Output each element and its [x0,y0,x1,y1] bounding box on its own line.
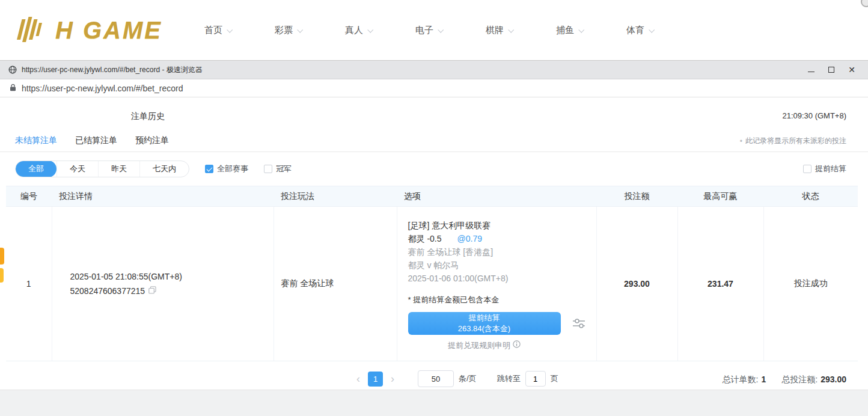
nav-label: 捕鱼 [556,25,574,36]
floating-widget-fragment [0,248,4,265]
browser-tab-title: https://user-pc-new.jylywl.com/#/bet_rec… [22,65,203,75]
total-count-label: 总计单数: [723,375,759,384]
checkbox-champion[interactable]: 冠军 [264,164,292,174]
selection-pick: 都灵 -0.5 [408,232,442,245]
floating-widget-fragment [0,268,4,283]
cashout-note: * 提前结算金额已包含本金 [408,293,590,307]
browser-window: https://user-pc-new.jylywl.com/#/bet_rec… [0,60,868,416]
bet-record-page: 注单历史 21:09:30 (GMT+8) 未结算注单 已结算注单 预约注单 •… [0,98,868,416]
bullet-icon: • [740,137,742,145]
checkbox-label: 提前结算 [815,164,846,174]
nav-item-slots[interactable]: 电子 [415,25,442,36]
chevron-down-icon [367,26,373,32]
bet-time: 2025-01-05 21:08:55(GMT+8) [70,269,274,284]
bottom-gray-strip [0,390,868,416]
nav-item-cards[interactable]: 棋牌 [486,25,513,36]
checkbox-unchecked-icon [803,165,811,173]
total-count: 总计单数:1 [723,375,766,385]
cashout-rules-link[interactable]: 提前兑现规则申明 [408,339,561,352]
col-header-id: 编号 [6,186,52,207]
nav-label: 首页 [204,25,222,36]
nav-label: 棋牌 [486,25,504,36]
chevron-down-icon [578,26,584,32]
chevron-down-icon [297,26,303,32]
checkbox-label: 全部赛事 [217,164,248,174]
nav-item-home[interactable]: 首页 [204,25,231,36]
nav-label: 体育 [626,25,644,36]
site-header: H GAME 首页 彩票 真人 电子 棋牌 捕鱼 体育 [0,0,868,60]
tab-note: • 此记录将显示所有未派彩的投注 [740,136,846,146]
chevron-down-icon [227,26,233,32]
filter-seven-days[interactable]: 七天内 [139,161,189,177]
browser-addressbar[interactable]: https://user-pc-new.jylywl.com/#/bet_rec… [0,79,868,97]
cashout-rules-text: 提前兑现规则申明 [448,339,510,352]
selection-league: [足球] 意大利甲级联赛 [408,219,590,232]
close-button[interactable]: ✕ [842,62,862,78]
per-page-input[interactable] [418,370,454,387]
nav-item-lottery[interactable]: 彩票 [275,25,302,36]
maximize-icon [828,67,834,73]
globe-favicon-icon [8,66,17,74]
selection-market: 赛前 全场让球 [香港盘] [408,245,590,258]
nav-label: 电子 [415,25,433,36]
nav-label: 真人 [345,25,363,36]
tab-unsettled[interactable]: 未结算注单 [15,135,57,147]
cell-status: 投注成功 [763,207,858,361]
cell-selection: [足球] 意大利甲级联赛 都灵 -0.5 @0.79 赛前 全场让球 [香港盘]… [397,207,596,361]
next-page-icon[interactable]: › [387,372,399,386]
table-header-row: 编号 投注详情 投注玩法 选项 投注额 最高可赢 状态 [6,186,858,207]
logo-text: H GAME [55,17,162,44]
tab-reserved[interactable]: 预约注单 [135,135,169,147]
minimize-icon [808,72,815,72]
checkbox-label: 冠军 [276,164,292,174]
col-header-maxwin: 最高可赢 [677,186,763,207]
page-title: 注单历史 [131,111,165,122]
selection-odds: @0.79 [457,232,482,245]
checkbox-all-events[interactable]: 全部赛事 [205,164,248,174]
copy-icon[interactable] [148,284,156,298]
col-header-amount: 投注额 [596,186,677,207]
date-filter-group: 全部 今天 昨天 七天内 [15,161,189,177]
nav-item-fishing[interactable]: 捕鱼 [556,25,583,36]
chevron-down-icon [649,26,655,32]
info-icon [513,339,521,352]
nav-label: 彩票 [275,25,293,36]
cashout-slider-icon[interactable] [572,317,586,329]
cashout-button-label: 提前结算 [408,313,561,323]
filter-yesterday[interactable]: 昨天 [98,161,139,177]
page-number-active[interactable]: 1 [368,372,383,387]
page-head: 注单历史 21:09:30 (GMT+8) [0,98,868,130]
checkbox-checked-icon [205,165,213,173]
browser-titlebar[interactable]: https://user-pc-new.jylywl.com/#/bet_rec… [0,61,868,79]
nav-item-live[interactable]: 真人 [345,25,372,36]
bet-number: 5208247606377215 [70,284,145,298]
jump-label: 跳转至 [497,373,521,384]
lock-icon [10,84,16,93]
brand-logo[interactable]: H GAME [17,16,162,45]
cell-id: 1 [6,207,52,361]
prev-page-icon[interactable]: ‹ [352,372,364,386]
col-header-details: 投注详情 [52,186,274,207]
cashout-button[interactable]: 提前结算 263.84(含本金) [408,312,561,335]
jump-page-input[interactable] [525,371,546,387]
filter-bar: 全部 今天 昨天 七天内 全部赛事 冠军 提前结算 [0,152,868,185]
total-amount-value: 293.00 [821,375,846,384]
selection-match: 都灵 v 帕尔马 [408,258,590,272]
checkbox-early-settle[interactable]: 提前结算 [803,164,846,174]
cell-amount: 293.00 [596,207,677,361]
tab-settled[interactable]: 已结算注单 [75,135,117,147]
col-header-status: 状态 [763,186,858,207]
checkbox-unchecked-icon [264,165,272,173]
maximize-button[interactable] [821,62,842,78]
minimize-button[interactable] [801,62,821,78]
col-header-selection: 选项 [397,186,596,207]
filter-today[interactable]: 今天 [57,161,98,177]
tab-note-text: 此记录将显示所有未派彩的投注 [745,136,846,146]
total-amount: 总投注额:293.00 [781,375,846,385]
filter-all[interactable]: 全部 [16,161,57,177]
cell-details: 2025-01-05 21:08:55(GMT+8) 5208247606377… [52,207,274,361]
nav-item-sports[interactable]: 体育 [626,25,653,36]
bet-table: 编号 投注详情 投注玩法 选项 投注额 最高可赢 状态 1 2025-01-05… [6,186,858,361]
selection-match-time: 2025-01-06 01:00(GMT+8) [408,272,590,285]
close-icon: ✕ [848,66,855,74]
